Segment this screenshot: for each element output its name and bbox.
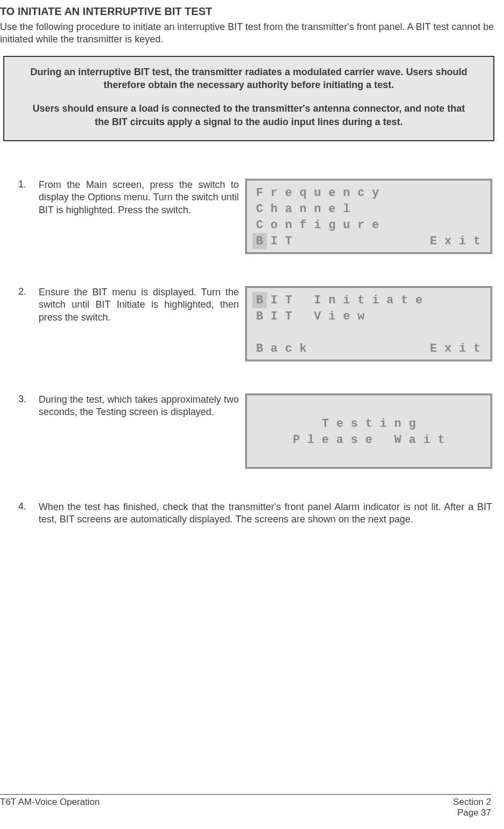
section-heading: TO INITIATE AN INTERRUPTIVE BIT TEST (0, 5, 498, 18)
step-3: 3. During the test, which takes approxim… (18, 394, 492, 469)
warning-box: During an interruptive BIT test, the tra… (3, 56, 494, 141)
step-4: 4. When the test has finished, check tha… (18, 501, 492, 526)
step-number: 2. (18, 286, 39, 361)
warning-p2: Users should ensure a load is connected … (26, 102, 472, 128)
step-number: 1. (18, 179, 39, 254)
footer-page: Page 37 (453, 808, 491, 818)
intro-paragraph: Use the following procedure to initiate … (0, 21, 498, 46)
warning-p1: During an interruptive BIT test, the tra… (26, 66, 472, 92)
lcd-screen-1: Frequency Channel Configure BIT Exit (245, 179, 492, 254)
footer-section: Section 2 (453, 797, 491, 808)
footer-left: T6T AM-Voice Operation (0, 797, 100, 818)
step-text: During the test, which takes approximate… (39, 394, 245, 469)
step-text: When the test has finished, check that t… (39, 501, 492, 526)
step-number: 4. (18, 501, 39, 526)
step-1: 1. From the Main screen, press the switc… (18, 179, 492, 254)
lcd-screen-3: TestingPlease Wait (245, 394, 492, 469)
step-text: Ensure the BIT menu is displayed. Turn t… (39, 286, 245, 361)
step-2: 2. Ensure the BIT menu is displayed. Tur… (18, 286, 492, 361)
steps-list: 1. From the Main screen, press the switc… (0, 179, 498, 526)
lcd-screen-2: BIT Initiate BIT View Back Exit (245, 286, 492, 361)
step-number: 3. (18, 394, 39, 469)
step-text: From the Main screen, press the switch t… (39, 179, 245, 254)
page-footer: T6T AM-Voice Operation Section 2 Page 37 (0, 794, 491, 818)
